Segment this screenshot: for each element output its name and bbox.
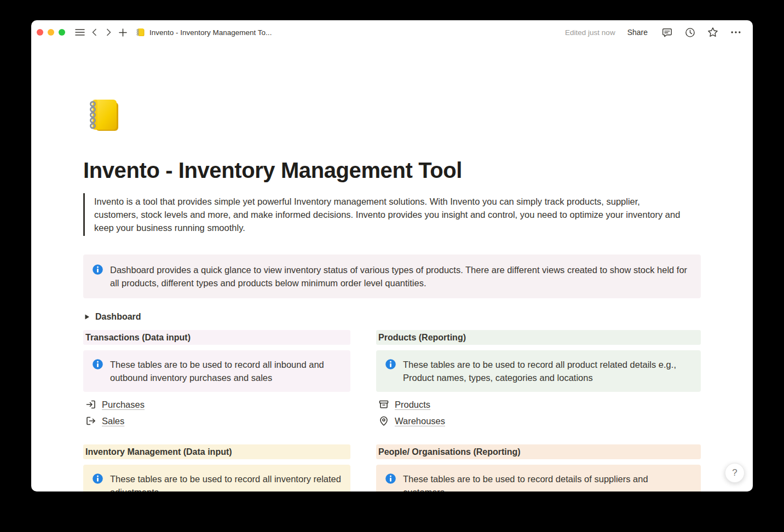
comments-button[interactable]	[660, 25, 674, 39]
info-icon	[92, 473, 103, 484]
link-sales[interactable]: Sales	[83, 413, 350, 429]
link-warehouses[interactable]: Warehouses	[376, 413, 701, 429]
products-header: Products (Reporting)	[376, 330, 701, 345]
favorite-button[interactable]	[706, 25, 720, 39]
window-controls	[37, 29, 65, 36]
transactions-links: Purchases Sales	[83, 396, 350, 429]
forward-chevron-icon	[106, 28, 111, 36]
new-tab-button[interactable]	[116, 25, 130, 39]
forward-button[interactable]	[101, 25, 116, 39]
inventory-management-callout-text: These tables are to be used to record al…	[110, 472, 342, 491]
link-purchases[interactable]: Purchases	[83, 396, 350, 413]
export-icon	[85, 415, 96, 426]
edited-status: Edited just now	[565, 28, 615, 37]
people-organisations-callout-text: These tables are to be used to record de…	[403, 472, 692, 491]
comment-icon	[662, 27, 672, 38]
page-icon-notebook-emoji[interactable]	[83, 96, 123, 135]
archive-icon	[378, 399, 389, 410]
link-products[interactable]: Products	[376, 396, 701, 413]
yellow-notebook-emoji	[83, 96, 123, 135]
page-body: Invento - Inventory Management Tool Inve…	[83, 44, 701, 491]
page-scroll-area[interactable]: Invento - Inventory Management Tool Inve…	[31, 44, 753, 491]
location-pin-icon	[378, 415, 389, 426]
import-icon	[85, 399, 96, 410]
info-icon	[92, 358, 103, 370]
link-label: Purchases	[102, 400, 145, 410]
toggle-triangle-icon	[84, 314, 90, 320]
dashboard-toggle-label: Dashboard	[95, 312, 141, 322]
history-clock-icon	[685, 27, 695, 38]
more-button[interactable]	[729, 25, 743, 39]
people-organisations-header: People/ Organisations (Reporting)	[376, 444, 701, 459]
transactions-header: Transactions (Data input)	[83, 330, 350, 345]
share-button[interactable]: Share	[624, 26, 651, 39]
sidebar-toggle-icon	[75, 28, 85, 36]
titlebar: Invento - Inventory Management To... Edi…	[31, 20, 753, 44]
titlebar-actions: Edited just now Share	[565, 25, 743, 39]
help-button[interactable]: ?	[725, 463, 745, 483]
people-organisations-callout: These tables are to be used to record de…	[376, 465, 701, 491]
section-columns: Transactions (Data input) These tables a…	[83, 330, 701, 491]
info-icon	[385, 473, 396, 484]
products-callout: These tables are to be used to record al…	[376, 350, 701, 392]
notion-window: Invento - Inventory Management To... Edi…	[31, 20, 753, 491]
info-icon	[92, 264, 103, 275]
minimize-button[interactable]	[48, 29, 54, 36]
dashboard-callout-text: Dashboard provides a quick glance to vie…	[110, 263, 692, 290]
inventory-management-header: Inventory Management (Data input)	[83, 444, 350, 459]
link-label: Warehouses	[395, 416, 445, 426]
history-button[interactable]	[683, 25, 697, 39]
notebook-icon	[135, 27, 145, 37]
star-icon	[707, 27, 718, 38]
back-chevron-icon	[92, 28, 97, 36]
ellipsis-icon	[731, 31, 741, 34]
dashboard-toggle[interactable]: Dashboard	[83, 309, 701, 325]
intro-quote-block: Invento is a tool that provides simple y…	[83, 193, 701, 236]
plus-icon	[119, 28, 127, 37]
tab[interactable]: Invento - Inventory Management To...	[135, 27, 272, 37]
left-column: Transactions (Data input) These tables a…	[83, 330, 350, 491]
link-label: Products	[395, 400, 430, 410]
transactions-callout-text: These tables are to be used to record al…	[110, 358, 342, 384]
zoom-button[interactable]	[59, 29, 65, 36]
sidebar-toggle-button[interactable]	[73, 25, 87, 39]
dashboard-callout: Dashboard provides a quick glance to vie…	[83, 255, 701, 298]
transactions-callout: These tables are to be used to record al…	[83, 350, 350, 392]
back-button[interactable]	[87, 25, 101, 39]
products-callout-text: These tables are to be used to record al…	[403, 358, 692, 384]
tab-title: Invento - Inventory Management To...	[149, 28, 272, 37]
link-label: Sales	[102, 416, 124, 426]
close-button[interactable]	[37, 29, 43, 36]
page-title: Invento - Inventory Management Tool	[83, 157, 701, 183]
right-column: Products (Reporting) These tables are to…	[376, 330, 701, 491]
products-links: Products Warehouses	[376, 396, 701, 429]
info-icon	[385, 358, 396, 370]
inventory-management-callout: These tables are to be used to record al…	[83, 465, 350, 491]
